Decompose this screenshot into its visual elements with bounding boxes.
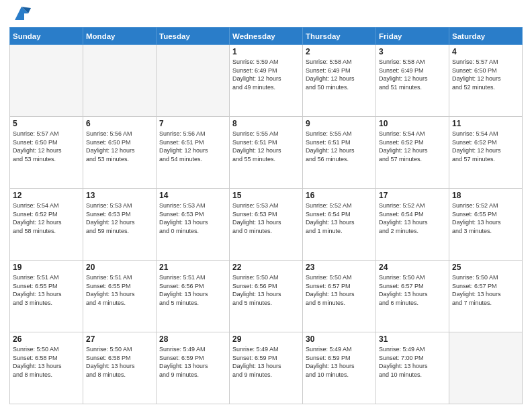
calendar-cell: 12Sunrise: 5:54 AM Sunset: 6:52 PM Dayli… (10, 189, 83, 261)
day-info: Sunrise: 5:53 AM Sunset: 6:53 PM Dayligh… (232, 201, 300, 235)
day-info: Sunrise: 5:50 AM Sunset: 6:57 PM Dayligh… (452, 273, 519, 307)
day-info: Sunrise: 5:53 AM Sunset: 6:53 PM Dayligh… (159, 201, 226, 235)
day-info: Sunrise: 5:51 AM Sunset: 6:55 PM Dayligh… (86, 273, 153, 307)
calendar-cell (157, 45, 230, 117)
day-info: Sunrise: 5:50 AM Sunset: 6:56 PM Dayligh… (232, 273, 300, 307)
day-info: Sunrise: 5:57 AM Sunset: 6:50 PM Dayligh… (452, 58, 519, 91)
calendar-cell: 27Sunrise: 5:50 AM Sunset: 6:58 PM Dayli… (83, 332, 157, 404)
day-number: 31 (379, 334, 446, 344)
day-info: Sunrise: 5:58 AM Sunset: 6:49 PM Dayligh… (306, 58, 373, 91)
calendar-week-row: 1Sunrise: 5:59 AM Sunset: 6:49 PM Daylig… (10, 45, 523, 117)
day-info: Sunrise: 5:50 AM Sunset: 6:57 PM Dayligh… (306, 273, 373, 307)
day-info: Sunrise: 5:51 AM Sunset: 6:56 PM Dayligh… (159, 273, 226, 307)
calendar-cell: 31Sunrise: 5:49 AM Sunset: 7:00 PM Dayli… (376, 332, 449, 404)
day-number: 8 (232, 119, 300, 128)
day-info: Sunrise: 5:54 AM Sunset: 6:52 PM Dayligh… (379, 130, 446, 163)
day-info: Sunrise: 5:58 AM Sunset: 6:49 PM Dayligh… (379, 58, 446, 91)
calendar-cell: 5Sunrise: 5:57 AM Sunset: 6:50 PM Daylig… (10, 117, 83, 189)
calendar-cell: 26Sunrise: 5:50 AM Sunset: 6:58 PM Dayli… (10, 332, 83, 404)
day-number: 22 (232, 263, 300, 272)
weekday-header: Tuesday (157, 28, 230, 45)
day-number: 26 (13, 334, 80, 344)
calendar-cell: 9Sunrise: 5:55 AM Sunset: 6:51 PM Daylig… (303, 117, 376, 189)
day-number: 19 (13, 263, 80, 272)
weekday-header: Saturday (449, 28, 523, 45)
calendar-cell: 20Sunrise: 5:51 AM Sunset: 6:55 PM Dayli… (83, 261, 157, 332)
day-info: Sunrise: 5:53 AM Sunset: 6:53 PM Dayligh… (86, 201, 153, 235)
calendar-cell: 3Sunrise: 5:58 AM Sunset: 6:49 PM Daylig… (376, 45, 449, 117)
calendar-cell: 28Sunrise: 5:49 AM Sunset: 6:59 PM Dayli… (157, 332, 230, 404)
day-number: 30 (306, 334, 373, 344)
day-number: 9 (306, 119, 373, 128)
calendar-cell: 29Sunrise: 5:49 AM Sunset: 6:59 PM Dayli… (230, 332, 303, 404)
calendar-cell: 2Sunrise: 5:58 AM Sunset: 6:49 PM Daylig… (303, 45, 376, 117)
calendar-cell: 7Sunrise: 5:56 AM Sunset: 6:51 PM Daylig… (157, 117, 230, 189)
day-info: Sunrise: 5:56 AM Sunset: 6:51 PM Dayligh… (159, 130, 226, 163)
day-info: Sunrise: 5:52 AM Sunset: 6:55 PM Dayligh… (452, 201, 519, 235)
day-info: Sunrise: 5:49 AM Sunset: 6:59 PM Dayligh… (306, 345, 373, 379)
day-number: 2 (306, 47, 373, 56)
calendar-cell: 14Sunrise: 5:53 AM Sunset: 6:53 PM Dayli… (157, 189, 230, 261)
weekday-header: Wednesday (230, 28, 303, 45)
calendar-cell (449, 332, 523, 404)
calendar-cell: 17Sunrise: 5:52 AM Sunset: 6:54 PM Dayli… (376, 189, 449, 261)
calendar-cell: 21Sunrise: 5:51 AM Sunset: 6:56 PM Dayli… (157, 261, 230, 332)
day-number: 11 (452, 119, 519, 128)
weekday-header: Sunday (10, 28, 83, 45)
day-info: Sunrise: 5:55 AM Sunset: 6:51 PM Dayligh… (306, 130, 373, 163)
day-number: 1 (232, 47, 300, 56)
calendar-week-row: 5Sunrise: 5:57 AM Sunset: 6:50 PM Daylig… (10, 117, 523, 189)
calendar-cell: 19Sunrise: 5:51 AM Sunset: 6:55 PM Dayli… (10, 261, 83, 332)
day-info: Sunrise: 5:52 AM Sunset: 6:54 PM Dayligh… (306, 201, 373, 235)
day-number: 23 (306, 263, 373, 272)
day-number: 18 (452, 191, 519, 200)
day-number: 28 (159, 334, 226, 344)
calendar-cell: 10Sunrise: 5:54 AM Sunset: 6:52 PM Dayli… (376, 117, 449, 189)
day-info: Sunrise: 5:51 AM Sunset: 6:55 PM Dayligh… (13, 273, 80, 307)
calendar-cell: 11Sunrise: 5:54 AM Sunset: 6:52 PM Dayli… (449, 117, 523, 189)
day-number: 12 (13, 191, 80, 200)
calendar-cell: 18Sunrise: 5:52 AM Sunset: 6:55 PM Dayli… (449, 189, 523, 261)
day-number: 24 (379, 263, 446, 272)
day-info: Sunrise: 5:50 AM Sunset: 6:58 PM Dayligh… (86, 345, 153, 379)
day-number: 29 (232, 334, 300, 344)
day-number: 16 (306, 191, 373, 200)
header (9, 7, 523, 23)
day-number: 17 (379, 191, 446, 200)
day-number: 7 (159, 119, 226, 128)
day-number: 4 (452, 47, 519, 56)
calendar-week-row: 26Sunrise: 5:50 AM Sunset: 6:58 PM Dayli… (10, 332, 523, 404)
day-info: Sunrise: 5:50 AM Sunset: 6:57 PM Dayligh… (379, 273, 446, 307)
day-number: 13 (86, 191, 153, 200)
calendar-cell: 22Sunrise: 5:50 AM Sunset: 6:56 PM Dayli… (230, 261, 303, 332)
weekday-header-row: SundayMondayTuesdayWednesdayThursdayFrid… (10, 28, 523, 45)
day-info: Sunrise: 5:50 AM Sunset: 6:58 PM Dayligh… (13, 345, 80, 379)
day-number: 3 (379, 47, 446, 56)
calendar-cell: 6Sunrise: 5:56 AM Sunset: 6:50 PM Daylig… (83, 117, 157, 189)
day-info: Sunrise: 5:55 AM Sunset: 6:51 PM Dayligh… (232, 130, 300, 163)
logo (9, 7, 31, 23)
day-info: Sunrise: 5:52 AM Sunset: 6:54 PM Dayligh… (379, 201, 446, 235)
weekday-header: Friday (376, 28, 449, 45)
day-info: Sunrise: 5:59 AM Sunset: 6:49 PM Dayligh… (232, 58, 300, 91)
calendar-cell: 30Sunrise: 5:49 AM Sunset: 6:59 PM Dayli… (303, 332, 376, 404)
day-number: 27 (86, 334, 153, 344)
calendar-cell (83, 45, 157, 117)
day-number: 10 (379, 119, 446, 128)
calendar-cell: 16Sunrise: 5:52 AM Sunset: 6:54 PM Dayli… (303, 189, 376, 261)
day-number: 5 (13, 119, 80, 128)
calendar-cell: 15Sunrise: 5:53 AM Sunset: 6:53 PM Dayli… (230, 189, 303, 261)
day-number: 21 (159, 263, 226, 272)
page: SundayMondayTuesdayWednesdayThursdayFrid… (0, 0, 532, 411)
day-info: Sunrise: 5:54 AM Sunset: 6:52 PM Dayligh… (452, 130, 519, 163)
calendar-week-row: 12Sunrise: 5:54 AM Sunset: 6:52 PM Dayli… (10, 189, 523, 261)
day-number: 20 (86, 263, 153, 272)
day-number: 6 (86, 119, 153, 128)
weekday-header: Monday (83, 28, 157, 45)
day-number: 25 (452, 263, 519, 272)
day-number: 15 (232, 191, 300, 200)
calendar-cell (10, 45, 83, 117)
logo-icon (12, 4, 31, 23)
calendar-cell: 24Sunrise: 5:50 AM Sunset: 6:57 PM Dayli… (376, 261, 449, 332)
calendar-cell: 23Sunrise: 5:50 AM Sunset: 6:57 PM Dayli… (303, 261, 376, 332)
